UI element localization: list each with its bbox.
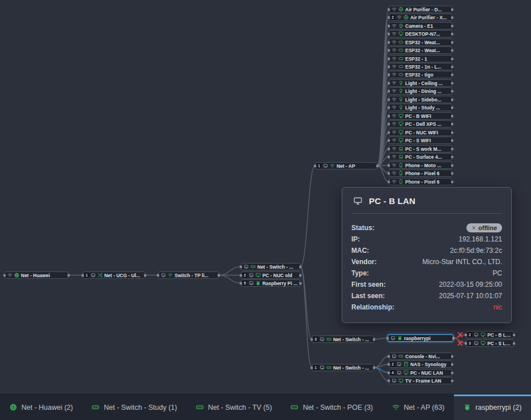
node-ap-air-purifier-x[interactable]: 2Air Purifier - X... bbox=[389, 14, 452, 21]
wifi-icon bbox=[392, 64, 397, 69]
node-raspberrypi[interactable]: raspberrypi bbox=[388, 334, 453, 342]
popup-row-label: Status: bbox=[351, 224, 375, 232]
node-ap-desktop-n7[interactable]: DESKTOP-N7... bbox=[389, 30, 452, 37]
node-net-ucg[interactable]: 1Net - UCG - Ul... bbox=[83, 271, 145, 279]
node-nas-synology[interactable]: 2NAS - Synology bbox=[389, 360, 452, 368]
ethernet-icon bbox=[474, 341, 479, 346]
wifi-icon bbox=[392, 130, 397, 135]
switch-icon bbox=[250, 264, 256, 269]
link-count-badge: 3 bbox=[313, 337, 318, 342]
node-pc-b-lan[interactable]: 2PC - B LAN bbox=[466, 331, 514, 338]
node-ap-pc-surface-4[interactable]: PC - Surface 4... bbox=[389, 153, 452, 160]
node-net-switch-b2[interactable]: 1Net - Switch - ... bbox=[312, 364, 374, 371]
node-ap-light-dining[interactable]: Light - Dining ... bbox=[389, 87, 452, 95]
popup-title: PC - B LAN bbox=[369, 196, 415, 206]
tab-net-ap[interactable]: Net - AP (63) bbox=[383, 394, 454, 420]
wifi-icon bbox=[392, 56, 397, 61]
switch-icon bbox=[326, 337, 332, 342]
node-pc-nuc-lan[interactable]: 4PC - NUC LAN bbox=[389, 369, 452, 376]
node-switch-tp[interactable]: Switch - TP li... bbox=[158, 271, 219, 279]
popup-row-value: 2022-03-15 09:25:00 bbox=[439, 281, 502, 289]
wifi-icon bbox=[392, 80, 397, 86]
fan-icon bbox=[398, 7, 403, 12]
tab-net-switch-study[interactable]: Net - Switch - Study (1) bbox=[82, 394, 186, 420]
node-ap-pc-b-wifi[interactable]: PC - B WIFI bbox=[389, 112, 452, 120]
node-net-ap[interactable]: 1Net - AP bbox=[315, 162, 377, 169]
node-ap-esp32-1[interactable]: ESP32 - 1 bbox=[389, 55, 452, 62]
monitor-icon bbox=[398, 138, 403, 143]
link-count-badge: 2 bbox=[468, 332, 472, 337]
wifi-icon bbox=[392, 72, 397, 77]
tab-net-switch-tv[interactable]: Net - Switch - TV (5) bbox=[186, 394, 281, 420]
wifi-icon bbox=[392, 404, 400, 411]
laptop-icon bbox=[398, 154, 403, 159]
console-icon bbox=[398, 354, 403, 359]
node-net-switch-main[interactable]: Net - Switch - ... bbox=[241, 263, 300, 270]
node-ap-esp32-weat-1[interactable]: ESP32 - Weat... bbox=[389, 39, 452, 46]
popup-row-label: Type: bbox=[351, 269, 369, 277]
popup-row: Last seen:2025-07-17 10:01:07 bbox=[351, 290, 502, 302]
node-net-switch-b1[interactable]: 3Net - Switch - ... bbox=[312, 336, 374, 343]
wifi-icon bbox=[392, 23, 397, 28]
node-tv-frame-lan[interactable]: TV - Frame LAN bbox=[389, 377, 452, 384]
tab-net-switch-poe[interactable]: Net - Switch - POE (3) bbox=[282, 394, 383, 420]
node-ap-phone-pixel6-a[interactable]: Phone - Pixel 6 bbox=[389, 169, 452, 177]
node-label: Air Purifier - X... bbox=[410, 15, 449, 20]
popup-header: PC - B LAN bbox=[351, 195, 502, 206]
ethernet-icon bbox=[323, 163, 328, 168]
node-label: PC - S LAN bbox=[487, 341, 511, 346]
node-ap-air-purifier-d[interactable]: Air Purifier - D... bbox=[389, 6, 452, 13]
link-count-badge: 2 bbox=[390, 15, 395, 20]
node-label: PC - NUC WIFI bbox=[405, 130, 449, 135]
link-count-badge: 1 bbox=[84, 273, 89, 278]
camera-icon bbox=[398, 23, 403, 28]
node-ap-pc-s-wifi[interactable]: PC - S WIFI bbox=[389, 137, 452, 144]
pc-icon bbox=[352, 197, 363, 205]
node-pc-s-lan[interactable]: 3PC - S LAN bbox=[466, 340, 514, 347]
node-label: Switch - TP li... bbox=[175, 273, 216, 278]
popup-row: Relationship:nic bbox=[351, 302, 502, 313]
node-ap-light-ceiling[interactable]: Light - Ceiling ... bbox=[389, 79, 452, 87]
node-ap-phone-moto[interactable]: Phone - Moto ... bbox=[389, 162, 452, 169]
node-label: Net - UCG - Ul... bbox=[104, 273, 142, 278]
tab-raspberrypi[interactable]: raspberrypi (2) bbox=[454, 394, 531, 420]
node-label: PC - S WIFI bbox=[405, 138, 449, 143]
node-ap-pc-dell-xps[interactable]: PC - Dell XPS ... bbox=[389, 120, 452, 128]
ethernet-icon bbox=[474, 332, 479, 337]
node-label: PC - Surface 4... bbox=[405, 154, 449, 160]
tab-net-huawei[interactable]: Net - Huawei (2) bbox=[0, 394, 82, 420]
node-ap-pc-nuc-wifi[interactable]: PC - NUC WIFI bbox=[389, 129, 452, 136]
node-ap-esp32-1n[interactable]: ESP32 - 1n - L... bbox=[389, 63, 452, 70]
node-ap-esp32-weat-2[interactable]: ESP32 - Weat... bbox=[389, 46, 452, 54]
node-ap-pc-s-work[interactable]: PC - S work M... bbox=[389, 145, 452, 152]
node-ap-light-sideboard[interactable]: Light - Sidebo... bbox=[389, 96, 452, 103]
node-ap-esp32-tigo[interactable]: ESP32 - tigo bbox=[389, 71, 452, 78]
popup-row: Type:PC bbox=[351, 268, 502, 279]
node-pc-nuc-old[interactable]: 2PC - NUC old bbox=[241, 271, 300, 279]
chip-icon bbox=[398, 64, 403, 69]
monitor-icon bbox=[481, 332, 486, 337]
wifi-icon bbox=[330, 163, 335, 168]
node-label: Light - Study ... bbox=[405, 105, 449, 111]
node-raspberry-pi-old[interactable]: 5Raspberry Pi ... bbox=[241, 279, 300, 287]
popup-row: Vendor:Micro-Star INTL CO., LTD. bbox=[351, 256, 502, 268]
ethernet-icon bbox=[397, 370, 402, 375]
device-tab-bar: Net - Huawei (2)Net - Switch - Study (1)… bbox=[0, 394, 531, 420]
phone-icon bbox=[398, 179, 403, 184]
wifi-icon bbox=[392, 113, 397, 118]
node-net-huawei[interactable]: Net - Huawei bbox=[5, 271, 69, 279]
topology-canvas[interactable]: Net - Huawei1Net - UCG - Ul...Switch - T… bbox=[0, 0, 531, 420]
popup-row-label: Vendor: bbox=[351, 258, 377, 266]
wifi-icon bbox=[392, 88, 397, 94]
bulb-icon bbox=[398, 88, 403, 94]
node-console-nvidia[interactable]: Console - Nvi... bbox=[389, 353, 452, 360]
node-label: Console - Nvi... bbox=[405, 354, 449, 359]
node-label: Phone - Moto ... bbox=[405, 163, 449, 168]
bulb-icon bbox=[398, 97, 403, 102]
tab-label: Net - AP (63) bbox=[404, 404, 445, 411]
node-ap-phone-pixel6-b[interactable]: Phone - Pixel 6 bbox=[389, 178, 452, 185]
node-label: ESP32 - 1n - L... bbox=[405, 64, 449, 70]
node-ap-light-study[interactable]: Light - Study ... bbox=[389, 104, 452, 111]
wifi-icon bbox=[168, 273, 173, 278]
node-ap-camera-e1[interactable]: Camera - E1 bbox=[389, 22, 452, 29]
